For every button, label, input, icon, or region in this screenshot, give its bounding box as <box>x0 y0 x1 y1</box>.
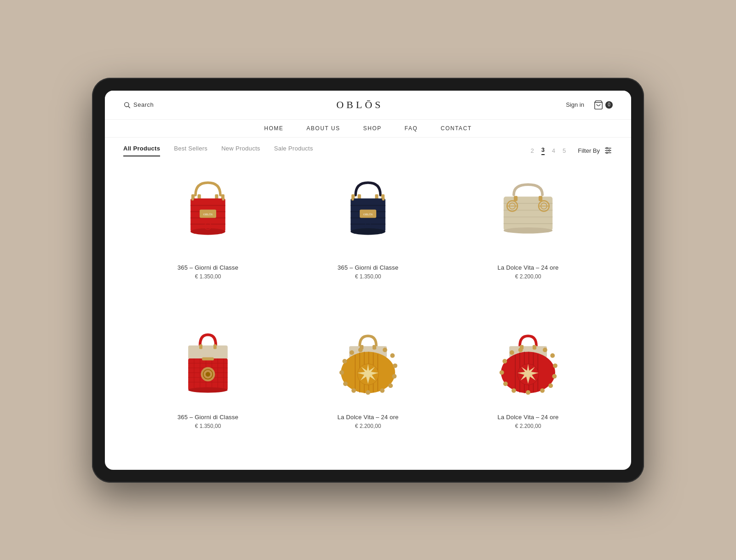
svg-rect-71 <box>213 344 217 349</box>
svg-point-92 <box>380 388 385 393</box>
svg-point-112 <box>543 348 547 352</box>
cart-badge: 0 <box>605 101 613 109</box>
svg-rect-122 <box>533 345 536 350</box>
product-price-1: € 1.350,00 <box>195 273 221 280</box>
header-right: Sign in 0 <box>566 100 613 110</box>
site-logo[interactable]: OBLŌS <box>336 99 383 111</box>
svg-rect-53 <box>188 346 228 359</box>
page-3[interactable]: 3 <box>541 146 545 155</box>
cart-icon <box>593 100 604 110</box>
nav-home[interactable]: HOME <box>264 125 283 132</box>
svg-point-36 <box>351 228 385 235</box>
svg-point-90 <box>392 374 397 379</box>
search-button[interactable]: Search <box>123 101 154 109</box>
product-image-2: OBLŌS <box>293 166 443 258</box>
product-name-6: La Dolce Vita – 24 ore <box>498 414 559 421</box>
main-nav: HOME ABOUT US SHOP FAQ CONTACT <box>105 120 631 138</box>
product-image-4 <box>132 315 283 407</box>
svg-point-6 <box>606 147 608 149</box>
nav-about[interactable]: ABOUT US <box>306 125 340 132</box>
svg-point-84 <box>342 359 347 364</box>
header: Search OBLŌS Sign in 0 <box>105 91 631 120</box>
product-price-3: € 2.200,00 <box>515 273 541 280</box>
product-name-2: 365 – Giorni di Classe <box>338 264 398 271</box>
svg-point-114 <box>553 364 558 368</box>
product-price-4: € 1.350,00 <box>195 423 221 429</box>
product-card-6[interactable]: La Dolce Vita – 24 ore € 2.200,00 <box>453 315 604 456</box>
svg-rect-37 <box>351 197 354 200</box>
tab-best-sellers[interactable]: Best Sellers <box>174 145 207 156</box>
filter-by-label: Filter By <box>578 147 600 154</box>
product-image-6 <box>453 315 604 407</box>
signin-button[interactable]: Sign in <box>566 101 584 108</box>
svg-point-120 <box>503 381 508 386</box>
products-grid: OBLŌS 365 – Giorni di Classe € 1.350,00 <box>105 156 631 470</box>
product-card-1[interactable]: OBLŌS 365 – Giorni di Classe € 1.350,00 <box>132 166 283 306</box>
tablet-screen: Search OBLŌS Sign in 0 HOME ABOUT US SHO <box>105 91 631 470</box>
svg-text:OBLŌS: OBLŌS <box>203 213 213 216</box>
svg-rect-51 <box>539 196 542 201</box>
svg-point-119 <box>512 388 516 393</box>
svg-point-52 <box>504 227 552 233</box>
tab-new-products[interactable]: New Products <box>221 145 260 156</box>
pagination: 2 3 4 5 Filter By <box>530 146 613 155</box>
svg-point-91 <box>388 383 393 388</box>
product-filter-tabs: All Products Best Sellers New Products S… <box>123 145 313 156</box>
tab-all-products[interactable]: All Products <box>123 145 160 156</box>
product-image-3 <box>453 166 604 258</box>
svg-rect-69 <box>202 357 214 360</box>
product-price-2: € 1.350,00 <box>355 273 381 280</box>
svg-rect-121 <box>520 345 523 350</box>
product-price-5: € 2.200,00 <box>355 423 381 429</box>
product-name-5: La Dolce Vita – 24 ore <box>338 414 399 421</box>
svg-point-72 <box>188 387 228 393</box>
svg-point-83 <box>339 370 344 375</box>
svg-point-68 <box>206 372 210 376</box>
svg-point-0 <box>125 102 129 106</box>
svg-text:OBLŌS: OBLŌS <box>363 213 373 216</box>
product-image-5 <box>293 315 443 407</box>
product-card-4[interactable]: 365 – Giorni di Classe € 1.350,00 <box>132 315 283 456</box>
svg-rect-70 <box>199 344 202 349</box>
svg-point-118 <box>526 390 530 395</box>
product-card-5[interactable]: La Dolce Vita – 24 ore € 2.200,00 <box>293 315 443 456</box>
page-2[interactable]: 2 <box>530 147 534 154</box>
product-card-2[interactable]: OBLŌS 365 – Giorni di Classe € 1.350,00 <box>293 166 443 306</box>
filter-by-button[interactable]: Filter By <box>578 146 613 155</box>
filter-icon <box>604 146 613 155</box>
product-image-1: OBLŌS <box>132 166 283 258</box>
svg-point-115 <box>552 374 557 379</box>
svg-point-108 <box>500 370 504 375</box>
svg-point-89 <box>393 364 397 368</box>
svg-line-1 <box>128 106 130 108</box>
filter-bar: All Products Best Sellers New Products S… <box>105 138 631 156</box>
svg-rect-22 <box>191 197 194 200</box>
svg-rect-39 <box>504 196 552 231</box>
cart-button[interactable]: 0 <box>593 100 613 110</box>
svg-point-7 <box>609 150 610 151</box>
svg-point-116 <box>548 383 553 388</box>
svg-point-110 <box>510 350 514 355</box>
page-5[interactable]: 5 <box>563 147 566 154</box>
svg-rect-97 <box>373 345 376 350</box>
tablet-frame: Search OBLŌS Sign in 0 HOME ABOUT US SHO <box>92 78 644 483</box>
svg-point-87 <box>383 348 387 352</box>
svg-point-113 <box>550 353 555 358</box>
svg-point-85 <box>350 350 354 355</box>
nav-shop[interactable]: SHOP <box>363 125 381 132</box>
nav-contact[interactable]: CONTACT <box>441 125 472 132</box>
product-card-3[interactable]: La Dolce Vita – 24 ore € 2.200,00 <box>453 166 604 306</box>
svg-rect-50 <box>514 196 518 201</box>
svg-rect-96 <box>360 345 363 350</box>
svg-point-93 <box>366 390 370 395</box>
nav-faq[interactable]: FAQ <box>405 125 418 132</box>
svg-point-117 <box>540 388 545 393</box>
product-name-3: La Dolce Vita – 24 ore <box>498 264 559 271</box>
svg-point-8 <box>606 152 608 153</box>
svg-point-109 <box>502 359 507 364</box>
page-4[interactable]: 4 <box>552 147 555 154</box>
tab-sale-products[interactable]: Sale Products <box>274 145 313 156</box>
product-name-4: 365 – Giorni di Classe <box>178 414 238 421</box>
svg-point-95 <box>343 381 348 386</box>
svg-rect-38 <box>382 197 385 200</box>
